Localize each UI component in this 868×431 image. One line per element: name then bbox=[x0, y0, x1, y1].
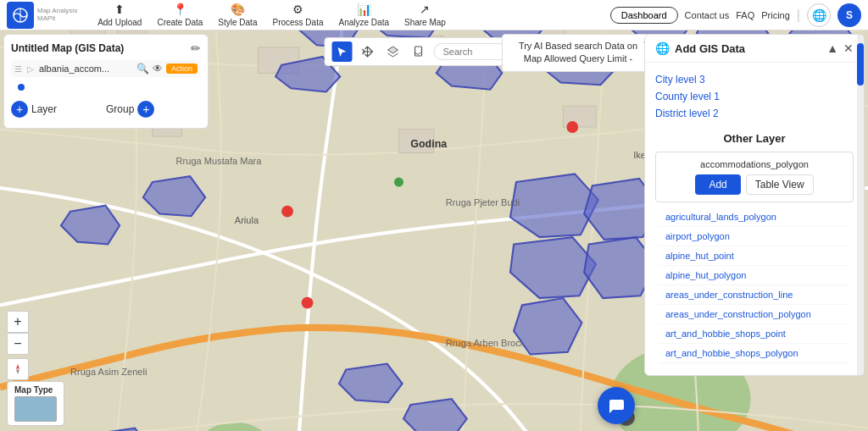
district-level-2-link[interactable]: District level 2 bbox=[655, 105, 854, 122]
brand-text: Map Analysis MAPit bbox=[37, 8, 77, 23]
add-gis-icon: 🌐 bbox=[655, 41, 670, 55]
svg-text:Rruga Pjeter Budi: Rruga Pjeter Budi bbox=[446, 197, 520, 207]
svg-point-51 bbox=[566, 121, 578, 133]
nav-share-map[interactable]: ↗ Share Map bbox=[398, 1, 453, 29]
svg-text:Rruga Asim Zeneli: Rruga Asim Zeneli bbox=[70, 367, 147, 377]
cursor-tool[interactable] bbox=[332, 41, 353, 62]
right-panel-title: Add GIS Data bbox=[675, 42, 745, 55]
list-item-7[interactable]: art_and_hobbie_shops_polygon bbox=[659, 344, 850, 363]
bookmark-tool[interactable] bbox=[409, 41, 429, 62]
nav-style-data-label: Style Data bbox=[218, 18, 257, 27]
minimize-button[interactable]: ▲ bbox=[826, 41, 838, 55]
globe-button[interactable]: 🌐 bbox=[807, 3, 831, 27]
other-layer-section: Other Layer accommodations_polygon Add T… bbox=[645, 125, 864, 370]
scrollbar-track[interactable] bbox=[857, 35, 864, 375]
add-group-button[interactable]: Group + bbox=[106, 101, 154, 118]
nav-create-data-label: Create Data bbox=[157, 18, 203, 27]
eye-icon[interactable]: 👁 bbox=[153, 63, 163, 75]
map-controls: + − bbox=[7, 311, 29, 380]
create-data-icon: 📍 bbox=[173, 3, 187, 16]
nav-separator: | bbox=[797, 8, 800, 23]
panel-title-row: Untitled Map (GIS Data) ✏ bbox=[11, 41, 201, 55]
map-type-label: Map Type bbox=[14, 385, 57, 395]
map-area[interactable]: Rruga Mustafa Mara Rruga Pjeter Budi Rru… bbox=[0, 30, 868, 431]
navbar: Map Analysis MAPit ⬆ Add Upload 📍 Create… bbox=[0, 0, 868, 30]
list-item-2[interactable]: alpine_hut_point bbox=[659, 246, 850, 266]
svg-marker-56 bbox=[16, 369, 19, 374]
zoom-in-button[interactable]: + bbox=[7, 311, 29, 333]
layer-row: ☰ ▷ albania_accom... 🔍 👁 Action bbox=[11, 60, 201, 77]
add-layer-icon: + bbox=[11, 101, 28, 118]
map-type-control[interactable]: Map Type bbox=[7, 381, 64, 426]
action-button[interactable]: Action bbox=[166, 64, 198, 74]
nav-share-map-label: Share Map bbox=[404, 18, 446, 27]
share-map-icon: ↗ bbox=[420, 3, 430, 16]
nav-style-data[interactable]: 🎨 Style Data bbox=[211, 1, 264, 29]
nav-process-data[interactable]: ⚙ Process Data bbox=[265, 1, 330, 29]
right-panel-title-row: 🌐 Add GIS Data bbox=[655, 41, 745, 55]
list-item-5[interactable]: areas_under_construction_polygon bbox=[659, 305, 850, 324]
search-layer-icon[interactable]: 🔍 bbox=[136, 63, 149, 75]
featured-layer: accommodations_polygon Add Table View bbox=[655, 152, 854, 202]
scrollbar-thumb[interactable] bbox=[857, 43, 864, 86]
chat-button[interactable] bbox=[598, 387, 635, 424]
city-level-3-link[interactable]: City level 3 bbox=[655, 71, 854, 88]
right-panel: 🌐 Add GIS Data ▲ ✕ City level 3 County l… bbox=[644, 34, 865, 376]
layer-dot-row bbox=[11, 80, 201, 94]
brand: Map Analysis MAPit bbox=[7, 2, 77, 29]
svg-text:Ariula: Ariula bbox=[235, 215, 259, 225]
county-level-1-link[interactable]: County level 1 bbox=[655, 88, 854, 105]
layer-list: agricultural_lands_polygon airport_polyg… bbox=[655, 207, 854, 363]
nav-add-upload[interactable]: ⬆ Add Upload bbox=[91, 1, 148, 29]
list-item-1[interactable]: airport_polygon bbox=[659, 227, 850, 246]
contact-link[interactable]: Contact us bbox=[685, 10, 730, 20]
svg-text:Rruga Arben Broci: Rruga Arben Broci bbox=[446, 338, 522, 348]
svg-point-53 bbox=[394, 178, 403, 187]
panel-title: Untitled Map (GIS Data) bbox=[11, 42, 124, 54]
close-button[interactable]: ✕ bbox=[843, 41, 854, 55]
panel-edit-button[interactable]: ✏ bbox=[191, 41, 201, 55]
list-item-4[interactable]: areas_under_construction_line bbox=[659, 285, 850, 305]
other-layer-title: Other Layer bbox=[655, 132, 854, 145]
pricing-link[interactable]: Pricing bbox=[761, 10, 790, 20]
add-layer-button[interactable]: Add bbox=[695, 174, 740, 195]
layer-color-dot bbox=[18, 84, 25, 91]
brand-sub: MAPit bbox=[37, 15, 77, 23]
nav-right: Dashboard Contact us FAQ Pricing | 🌐 S bbox=[610, 3, 861, 27]
featured-layer-name: accommodations_polygon bbox=[663, 159, 846, 169]
drag-handle-icon[interactable]: ☰ bbox=[14, 64, 22, 74]
svg-point-52 bbox=[302, 297, 314, 309]
list-item-0[interactable]: agricultural_lands_polygon bbox=[659, 207, 850, 227]
add-group-icon: + bbox=[137, 101, 154, 118]
list-item-3[interactable]: alpine_hut_polygon bbox=[659, 266, 850, 285]
compass-button[interactable] bbox=[7, 358, 29, 380]
expand-icon[interactable]: ▷ bbox=[27, 64, 34, 74]
layers-tool[interactable] bbox=[383, 41, 403, 62]
city-links: City level 3 County level 1 District lev… bbox=[645, 68, 864, 125]
search-input[interactable] bbox=[443, 47, 511, 57]
dashboard-button[interactable]: Dashboard bbox=[610, 7, 678, 24]
svg-marker-55 bbox=[16, 364, 19, 369]
style-data-icon: 🎨 bbox=[231, 3, 245, 16]
nav-add-upload-label: Add Upload bbox=[97, 18, 142, 27]
brand-logo[interactable] bbox=[7, 2, 34, 29]
nav-analyze-data-label: Analyze Data bbox=[339, 18, 389, 27]
layer-name: albania_accom... bbox=[39, 64, 131, 74]
nav-create-data[interactable]: 📍 Create Data bbox=[150, 1, 209, 29]
table-view-button[interactable]: Table View bbox=[746, 174, 814, 195]
list-item-6[interactable]: art_and_hobbie_shops_point bbox=[659, 324, 850, 344]
nav-process-data-label: Process Data bbox=[272, 18, 323, 27]
move-tool[interactable] bbox=[358, 41, 378, 62]
add-layer-button[interactable]: + Layer bbox=[11, 101, 57, 118]
left-panel: Untitled Map (GIS Data) ✏ ☰ ▷ albania_ac… bbox=[3, 34, 209, 129]
svg-point-50 bbox=[281, 206, 293, 218]
add-upload-icon: ⬆ bbox=[114, 3, 125, 16]
group-label: Group bbox=[106, 103, 134, 115]
nav-analyze-data[interactable]: 📊 Analyze Data bbox=[332, 1, 396, 29]
avatar-button[interactable]: S bbox=[837, 3, 861, 27]
svg-text:Rruga Mustafa Mara: Rruga Mustafa Mara bbox=[176, 156, 263, 166]
featured-layer-buttons: Add Table View bbox=[663, 174, 846, 195]
faq-link[interactable]: FAQ bbox=[736, 10, 754, 20]
zoom-out-button[interactable]: − bbox=[7, 333, 29, 355]
ai-banner: Try AI Based search Data on Map Allowed … bbox=[502, 34, 654, 72]
